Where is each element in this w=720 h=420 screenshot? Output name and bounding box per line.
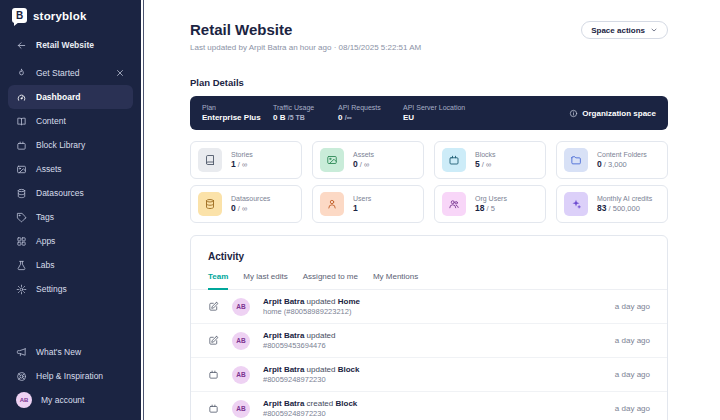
stat-card-stories[interactable]: Stories1 / ∞ xyxy=(190,141,302,179)
tab-my-mentions[interactable]: My Mentions xyxy=(373,272,418,290)
avatar: AB xyxy=(232,366,250,384)
activity-heading: Activity xyxy=(191,236,667,262)
activity-target: Block xyxy=(338,365,360,374)
activity-tabs: TeamMy last editsAssigned to meMy Mentio… xyxy=(191,272,667,290)
space-actions-label: Space actions xyxy=(591,26,645,35)
block-icon xyxy=(208,369,219,380)
sidebar-item-settings[interactable]: Settings xyxy=(8,277,133,301)
sidebar-item-apps[interactable]: Apps xyxy=(8,229,133,253)
stat-value: 1 / ∞ xyxy=(231,159,253,169)
activity-detail: home (#80058989223212) xyxy=(263,307,360,316)
activity-row[interactable]: ABArpit Batra updated Homehome (#8005898… xyxy=(191,290,667,324)
sidebar-item-datasources[interactable]: Datasources xyxy=(8,181,133,205)
stat-tile xyxy=(564,192,588,216)
activity-description: Arpit Batra updated Block xyxy=(263,365,360,374)
organization-space-label: Organization space xyxy=(582,109,656,118)
stat-label: Org Users xyxy=(475,195,507,202)
stat-limit: / ∞ xyxy=(480,160,492,169)
activity-action: updated xyxy=(307,365,336,374)
stat-label: Monthly AI credits xyxy=(597,195,652,202)
plan-stats-grid: Stories1 / ∞Assets0 / ∞Blocks5 / ∞Conten… xyxy=(190,141,668,223)
sidebar-item-tags[interactable]: Tags xyxy=(8,205,133,229)
activity-list: ABArpit Batra updated Homehome (#8005898… xyxy=(191,290,667,420)
database-icon xyxy=(16,188,27,199)
sidebar-nav: Retail Website Get StartedDashboardConte… xyxy=(0,29,141,301)
space-actions-button[interactable]: Space actions xyxy=(581,21,668,39)
activity-action: created xyxy=(307,399,334,408)
tab-my-last-edits[interactable]: My last edits xyxy=(243,272,287,290)
sidebar-item-help-inspiration[interactable]: Help & Inspiration xyxy=(8,364,133,388)
stat-card-org-users[interactable]: Org Users18 / 5 xyxy=(434,185,546,223)
stat-card-assets[interactable]: Assets0 / ∞ xyxy=(312,141,424,179)
stat-tile xyxy=(198,192,222,216)
gear-icon xyxy=(16,284,27,295)
stat-card-users[interactable]: Users1 xyxy=(312,185,424,223)
stat-tile xyxy=(442,192,466,216)
stat-card-content-folders[interactable]: Content Folders0 / 3,000 xyxy=(556,141,668,179)
tab-team[interactable]: Team xyxy=(208,272,228,290)
sparkle-icon xyxy=(570,198,582,210)
activity-timestamp: a day ago xyxy=(615,370,650,379)
activity-detail: #80059248972230 xyxy=(263,409,357,418)
activity-timestamp: a day ago xyxy=(615,404,650,413)
activity-description: Arpit Batra updated Home xyxy=(263,297,360,306)
users-icon xyxy=(448,198,460,210)
activity-row[interactable]: ABArpit Batra updated #80059453694476a d… xyxy=(191,324,667,358)
activity-action: updated xyxy=(307,297,336,306)
sidebar-item-label: Labs xyxy=(36,260,54,270)
sidebar-item-label: Settings xyxy=(36,284,67,294)
activity-target: Block xyxy=(336,399,358,408)
sidebar-item-content[interactable]: Content xyxy=(8,109,133,133)
stat-label: Users xyxy=(353,195,371,202)
activity-row[interactable]: ABArpit Batra created Block#800592489722… xyxy=(191,392,667,420)
main-content: Retail Website Last updated by Arpit Bat… xyxy=(190,0,668,420)
database-icon xyxy=(204,198,216,210)
stat-label: Content Folders xyxy=(597,151,647,158)
storyblok-logo[interactable]: B storyblok xyxy=(0,0,141,29)
sidebar-spacer xyxy=(0,301,141,340)
close-icon[interactable] xyxy=(115,68,125,78)
activity-description: Arpit Batra created Block xyxy=(263,399,357,408)
stat-label: Stories xyxy=(231,151,253,158)
plan-bar-limit: /5 TB xyxy=(288,114,305,121)
flask-icon xyxy=(16,260,27,271)
plan-bar-label: Traffic Usage xyxy=(273,104,338,111)
storyblok-logo-icon: B xyxy=(12,8,27,23)
plan-details-heading: Plan Details xyxy=(190,77,668,88)
stories-icon xyxy=(204,154,216,166)
tag-icon xyxy=(16,212,27,223)
sidebar-item-get-started[interactable]: Get Started xyxy=(8,61,133,85)
sidebar-footer: What's NewHelp & InspirationABMy account xyxy=(0,340,141,420)
sidebar-item-dashboard[interactable]: Dashboard xyxy=(8,85,133,109)
avatar: AB xyxy=(232,400,250,418)
plan-bar-limit: /∞ xyxy=(345,114,352,121)
stat-card-monthly-ai-credits[interactable]: Monthly AI credits83 / 500,000 xyxy=(556,185,668,223)
sidebar-item-what-s-new[interactable]: What's New xyxy=(8,340,133,364)
stat-card-blocks[interactable]: Blocks5 / ∞ xyxy=(434,141,546,179)
block-icon xyxy=(16,140,27,151)
sidebar-item-assets[interactable]: Assets xyxy=(8,157,133,181)
activity-row[interactable]: ABArpit Batra updated Block#800592489722… xyxy=(191,358,667,392)
stat-tile xyxy=(564,148,588,172)
stat-value: 5 / ∞ xyxy=(475,159,496,169)
panel-divider xyxy=(143,0,144,420)
sidebar-back-button[interactable]: Retail Website xyxy=(8,33,133,57)
gauge-icon xyxy=(16,92,27,103)
sidebar: B storyblok Retail Website Get StartedDa… xyxy=(0,0,141,420)
block-icon xyxy=(208,403,219,414)
stat-limit: / 500,000 xyxy=(606,204,639,213)
plan-bar-value: 0 /∞ xyxy=(338,113,403,122)
apps-icon xyxy=(16,236,27,247)
sidebar-item-my-account[interactable]: ABMy account xyxy=(8,388,133,412)
sidebar-item-labs[interactable]: Labs xyxy=(8,253,133,277)
sidebar-item-block-library[interactable]: Block Library xyxy=(8,133,133,157)
plan-bar-stat-api-server-location: API Server LocationEU xyxy=(403,104,465,122)
organization-space-link[interactable]: Organization space xyxy=(569,109,656,118)
sidebar-item-label: Datasources xyxy=(36,188,84,198)
stat-value: 83 / 500,000 xyxy=(597,203,652,213)
tab-assigned-to-me[interactable]: Assigned to me xyxy=(303,272,358,290)
activity-description: Arpit Batra updated xyxy=(263,331,336,340)
activity-actor: Arpit Batra xyxy=(263,297,304,306)
sidebar-back-label: Retail Website xyxy=(36,40,94,50)
stat-card-datasources[interactable]: Datasources0 / ∞ xyxy=(190,185,302,223)
